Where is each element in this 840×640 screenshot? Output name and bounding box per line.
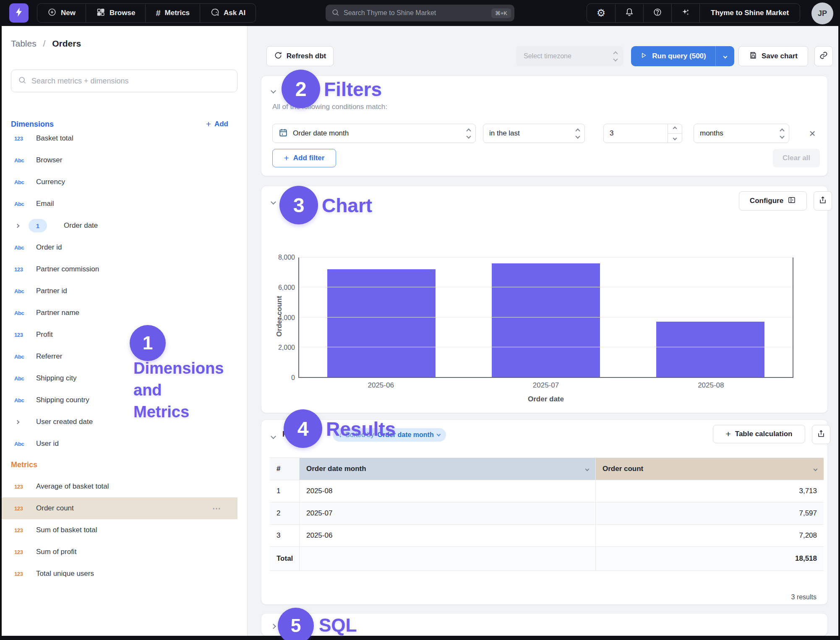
filter-field-select[interactable]: Order date month — [272, 124, 476, 143]
annotation-2-circle: 2 — [282, 70, 320, 108]
metric-item-order-count[interactable]: 123Order count⋯ — [2, 497, 237, 519]
settings-button[interactable]: ⚙ — [587, 4, 615, 22]
dimension-item-email[interactable]: AbcEmail — [2, 193, 237, 215]
stepper-up-button[interactable] — [668, 124, 682, 134]
clear-all-filters-button[interactable]: Clear all — [773, 149, 820, 167]
breadcrumb-tables-link[interactable]: Tables — [11, 39, 37, 48]
table-calculation-button[interactable]: + Table calculation — [713, 425, 805, 443]
export-chart-button[interactable] — [814, 191, 832, 211]
stepper-down-button[interactable] — [668, 134, 682, 143]
chart-collapse-button[interactable] — [271, 198, 275, 206]
nav-ask-ai-button[interactable]: Ask AI — [200, 4, 256, 22]
bar-slot — [628, 258, 793, 377]
chevron-down-icon — [723, 54, 727, 58]
column-header-order-date-month[interactable]: Order date month — [299, 458, 595, 480]
app-logo[interactable] — [9, 3, 29, 23]
filter-value-field[interactable] — [604, 129, 668, 138]
copy-link-button[interactable] — [814, 46, 833, 66]
timezone-select[interactable]: Select timezone — [516, 46, 623, 66]
field-label: Order date — [64, 221, 98, 230]
y-axis-tick-labels: 02,0004,0006,0008,000 — [261, 258, 295, 378]
nav-browse-button[interactable]: Browse — [86, 4, 145, 22]
nav-new-button[interactable]: New — [37, 4, 86, 22]
search-shortcut-badge: ⌘+K — [491, 8, 511, 18]
annotation-5-label: SQL — [319, 615, 357, 636]
table-cell: 1 — [270, 480, 299, 502]
global-search[interactable]: ⌘+K — [326, 5, 514, 21]
bar-2025-08[interactable] — [656, 322, 764, 377]
number-type-icon: 123 — [14, 484, 23, 490]
user-avatar[interactable]: JP — [811, 3, 833, 24]
refresh-dbt-button[interactable]: Refresh dbt — [266, 46, 334, 66]
metrics-title: Metrics — [11, 460, 37, 469]
field-label: Email — [36, 200, 54, 208]
org-switcher[interactable]: Thyme to Shine Market — [699, 4, 800, 22]
annotation-2-label: Filters — [324, 78, 382, 101]
metric-item-sum-of-profit[interactable]: 123Sum of profit — [2, 541, 237, 563]
dimension-item-basket-total[interactable]: 123Basket total — [2, 127, 237, 149]
dimension-item-user-id[interactable]: AbcUser id — [2, 433, 237, 455]
dimension-item-order-id[interactable]: AbcOrder id — [2, 237, 237, 258]
table-total-row[interactable]: Total18,518 — [270, 547, 824, 571]
metric-item-sum-of-basket-total[interactable]: 123Sum of basket total — [2, 519, 237, 541]
metric-item-average-of-basket-total[interactable]: 123Average of basket total — [2, 476, 237, 497]
nav-metrics-button[interactable]: # Metrics — [145, 4, 200, 22]
filters-collapse-button[interactable] — [271, 87, 275, 94]
chevron-down-icon[interactable] — [814, 467, 818, 471]
metric-item-total-unique-users[interactable]: 123Total unique users — [2, 563, 237, 585]
chart-plot — [298, 258, 793, 378]
configure-chart-button[interactable]: Configure — [739, 191, 807, 211]
field-label: Currency — [36, 178, 65, 186]
number-type-icon: 123 — [14, 527, 23, 533]
filter-value-input — [603, 124, 682, 143]
run-query-button[interactable]: Run query (500) — [631, 46, 716, 66]
results-collapse-button[interactable] — [271, 432, 275, 440]
export-results-button[interactable] — [812, 425, 830, 444]
fields-search-input[interactable] — [31, 77, 230, 86]
dimension-item-order-date[interactable]: 1Order date — [2, 215, 237, 237]
dimension-item-profit[interactable]: 123Profit — [2, 324, 237, 346]
remove-filter-button[interactable]: × — [803, 124, 822, 143]
ai-sparkles-button[interactable] — [671, 4, 699, 22]
active-fields-badge: 1 — [29, 219, 47, 232]
annotation-3-circle: 3 — [279, 186, 318, 224]
select-chevrons-icon — [576, 129, 579, 138]
gear-icon: ⚙ — [597, 7, 606, 19]
field-menu-button[interactable]: ⋯ — [212, 503, 222, 513]
dimension-item-browser[interactable]: AbcBrowser — [2, 149, 237, 171]
gridline — [299, 347, 793, 347]
table-row[interactable]: 32025-067,208 — [270, 525, 824, 547]
save-chart-button[interactable]: Save chart — [738, 46, 808, 66]
chat-ai-icon — [210, 8, 219, 19]
dimension-item-partner-commission[interactable]: 123Partner commission — [2, 258, 237, 280]
add-filter-button[interactable]: + Add filter — [272, 149, 336, 167]
column-header-order-count[interactable]: Order count — [595, 458, 824, 480]
notifications-button[interactable] — [615, 4, 643, 22]
filter-unit-select[interactable]: months — [694, 124, 789, 143]
table-cell: 2025-08 — [299, 480, 595, 502]
chevron-down-icon[interactable] — [585, 467, 590, 471]
table-row[interactable]: 12025-083,713 — [270, 480, 824, 502]
x-axis-tick-labels: 2025-062025-072025-08 — [298, 381, 793, 390]
bar-slot — [299, 258, 464, 377]
bar-2025-07[interactable] — [492, 263, 600, 377]
dimension-item-currency[interactable]: AbcCurrency — [2, 171, 237, 193]
table-cell: Total — [270, 547, 299, 570]
chevron-right-icon[interactable] — [16, 224, 20, 228]
chevron-right-icon[interactable] — [16, 420, 20, 424]
dimension-item-partner-id[interactable]: AbcPartner id — [2, 280, 237, 302]
table-cell: 3 — [270, 525, 299, 546]
sql-expand-button[interactable] — [271, 622, 275, 630]
table-row[interactable]: 22025-077,597 — [270, 502, 824, 525]
dimension-item-partner-name[interactable]: AbcPartner name — [2, 302, 237, 324]
bar-2025-06[interactable] — [327, 269, 436, 377]
global-search-input[interactable] — [344, 9, 491, 17]
string-type-icon: Abc — [14, 310, 24, 316]
filter-operator-select[interactable]: in the last — [483, 124, 585, 143]
floppy-disk-icon — [749, 51, 757, 62]
run-query-dropdown-button[interactable] — [716, 46, 734, 66]
annotation-4-label: Results — [326, 418, 396, 440]
column-header--: # — [270, 458, 299, 480]
help-button[interactable] — [643, 4, 671, 22]
fields-search[interactable] — [11, 70, 237, 92]
